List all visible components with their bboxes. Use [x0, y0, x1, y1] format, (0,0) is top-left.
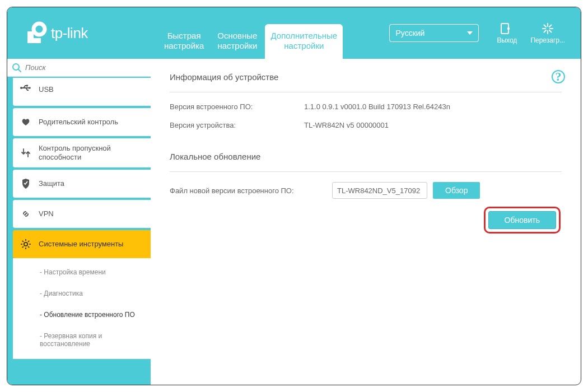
search-input[interactable]: [25, 63, 146, 72]
svg-point-18: [24, 242, 27, 246]
language-label: Русский: [395, 29, 424, 38]
svg-point-15: [20, 87, 22, 89]
sidebar-item-label: VPN: [39, 209, 54, 218]
divider: [170, 171, 562, 172]
submenu-diagnostics[interactable]: - Диагностика: [13, 283, 151, 304]
shield-icon: [20, 178, 32, 190]
firmware-file-input[interactable]: [332, 182, 427, 199]
sidebar: USB Родительский контроль Контроль пропу…: [7, 59, 151, 385]
logout-icon: [497, 22, 517, 35]
update-highlight: Обновить: [484, 207, 561, 234]
header: tp-link Быстрая настройка Основные настр…: [7, 7, 581, 59]
usb-icon: [20, 82, 32, 94]
section-local-upgrade-title: Локальное обновление: [170, 152, 562, 166]
sidebar-item-system-tools[interactable]: Системные инструменты: [13, 230, 151, 258]
hardware-version-value: TL-WR842N v5 00000001: [304, 121, 389, 129]
sidebar-item-label: Родительский контроль: [39, 118, 118, 127]
svg-point-4: [507, 27, 510, 29]
svg-rect-17: [26, 85, 28, 87]
svg-line-10: [549, 30, 552, 32]
tab-basic[interactable]: Основные настройки: [212, 24, 263, 59]
submenu-time[interactable]: - Настройка времени: [13, 262, 151, 283]
search-box: [7, 59, 151, 77]
link-icon: [20, 208, 32, 220]
firmware-file-label: Файл новой версии встроенного ПО:: [170, 186, 326, 195]
svg-rect-2: [27, 38, 41, 43]
bandwidth-icon: [20, 147, 32, 159]
svg-line-14: [18, 69, 21, 72]
divider: [170, 92, 562, 92]
svg-line-23: [22, 241, 24, 242]
reboot-icon: [530, 22, 565, 35]
logout-button[interactable]: Выход: [497, 22, 517, 44]
logo: tp-link: [7, 7, 153, 59]
sidebar-item-label: USB: [39, 85, 54, 94]
tab-advanced[interactable]: Дополнительные настройки: [265, 24, 343, 59]
chevron-down-icon: [467, 31, 473, 35]
submenu-firmware[interactable]: - Обновление встроенного ПО: [13, 304, 151, 325]
tab-quick-setup[interactable]: Быстрая настройка: [158, 24, 209, 59]
svg-line-24: [28, 246, 29, 248]
brand-text: tp-link: [51, 25, 88, 42]
gear-icon: [20, 238, 32, 250]
sidebar-item-usb[interactable]: USB: [13, 78, 151, 106]
svg-line-25: [28, 241, 29, 242]
language-select[interactable]: Русский: [389, 24, 479, 42]
firmware-version-value: 1.1.0 0.9.1 v0001.0 Build 170913 Rel.642…: [304, 102, 450, 111]
firmware-version-row: Версия встроенного ПО: 1.1.0 0.9.1 v0001…: [170, 102, 562, 111]
browse-button[interactable]: Обзор: [433, 182, 480, 199]
svg-line-9: [544, 25, 547, 27]
svg-line-12: [544, 30, 547, 32]
svg-line-26: [22, 246, 24, 248]
heart-hands-icon: [20, 116, 32, 128]
content-area: ? Информация об устройстве Версия встрое…: [151, 59, 581, 385]
update-button[interactable]: Обновить: [488, 211, 556, 229]
hardware-version-label: Версия устройства:: [170, 121, 304, 129]
sidebar-item-parental[interactable]: Родительский контроль: [13, 108, 151, 136]
sidebar-item-label: Контроль пропускной способности: [39, 144, 144, 162]
header-actions: Выход Перезагр...: [479, 7, 581, 59]
sidebar-item-bandwidth[interactable]: Контроль пропускной способности: [13, 138, 151, 167]
svg-point-0: [34, 24, 45, 35]
svg-line-11: [549, 25, 552, 27]
sidebar-item-label: Защита: [39, 179, 64, 188]
firmware-file-row: Файл новой версии встроенного ПО: Обзор: [170, 182, 562, 199]
submenu-backup[interactable]: - Резервная копия и восстановление: [13, 325, 151, 354]
nav-tabs: Быстрая настройка Основные настройки Доп…: [158, 7, 343, 59]
firmware-version-label: Версия встроенного ПО:: [170, 102, 304, 111]
sidebar-item-label: Системные инструменты: [39, 240, 123, 249]
section-device-info-title: Информация об устройстве: [170, 72, 562, 86]
tp-link-logo-icon: [24, 21, 48, 45]
help-icon[interactable]: ?: [552, 70, 565, 83]
hardware-version-row: Версия устройства: TL-WR842N v5 00000001: [170, 121, 562, 129]
submenu: - Настройка времени - Диагностика - Обно…: [13, 258, 151, 359]
reboot-button[interactable]: Перезагр...: [530, 22, 565, 44]
svg-point-16: [29, 87, 31, 89]
search-icon: [12, 63, 22, 73]
sidebar-item-security[interactable]: Защита: [13, 170, 151, 198]
sidebar-item-vpn[interactable]: VPN: [13, 200, 151, 228]
